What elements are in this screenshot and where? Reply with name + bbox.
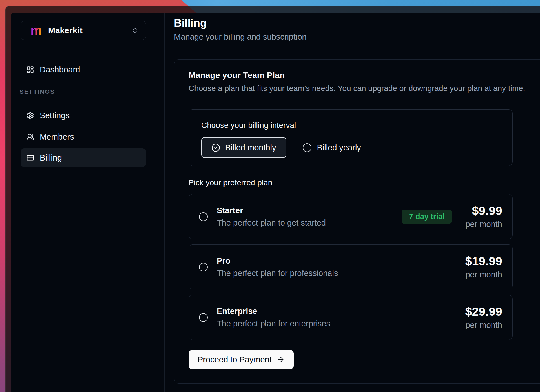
plan-period: per month: [465, 219, 502, 229]
billed-monthly-option[interactable]: Billed monthly: [201, 137, 286, 158]
plan-period: per month: [465, 320, 502, 330]
plan-row-enterprise[interactable]: Enterprise The perfect plan for enterpri…: [189, 295, 513, 340]
workspace-selector[interactable]: m Makerkit: [21, 21, 146, 40]
card-title: Manage your Team Plan: [189, 70, 540, 81]
plan-row-starter[interactable]: Starter The perfect plan to get started …: [189, 194, 513, 239]
sidebar-item-members[interactable]: Members: [21, 129, 146, 145]
check-circle-icon: [211, 143, 220, 152]
team-plan-card: Manage your Team Plan Choose a plan that…: [174, 59, 540, 384]
billing-interval-box: Choose your billing interval Billed mont…: [189, 109, 513, 166]
makerkit-logo: m: [30, 24, 42, 37]
macos-window-frame: m Makerkit Dashboard SETTINGS Settings: [5, 6, 540, 392]
plan-description: The perfect plan for enterprises: [217, 318, 330, 329]
sidebar-item-label: Billing: [40, 153, 62, 162]
page-title: Billing: [174, 17, 540, 30]
radio-unchecked-icon: [303, 143, 311, 152]
page-subtitle: Manage your billing and subscription: [174, 32, 540, 42]
radio-unchecked-icon[interactable]: [199, 212, 208, 221]
trial-badge: 7 day trial: [402, 210, 452, 224]
sidebar-item-billing[interactable]: Billing: [21, 148, 146, 167]
credit-card-icon: [26, 154, 34, 162]
sidebar: m Makerkit Dashboard SETTINGS Settings: [11, 13, 165, 392]
plan-price: $19.99: [465, 254, 502, 268]
radio-unchecked-icon[interactable]: [199, 263, 208, 271]
card-subtitle: Choose a plan that fits your team's need…: [189, 83, 540, 93]
chevrons-up-down-icon: [131, 27, 138, 34]
billing-interval-label: Choose your billing interval: [201, 121, 512, 130]
plan-row-pro[interactable]: Pro The perfect plan for professionals $…: [189, 244, 513, 289]
plan-name: Starter: [217, 205, 326, 215]
plan-name: Pro: [217, 256, 338, 266]
page-header: Billing Manage your billing and subscrip…: [165, 13, 540, 48]
plan-period: per month: [465, 270, 502, 280]
proceed-to-payment-button[interactable]: Proceed to Payment: [189, 350, 294, 369]
sidebar-item-label: Settings: [40, 111, 70, 120]
gear-icon: [26, 112, 34, 119]
users-icon: [26, 133, 34, 141]
app-content: m Makerkit Dashboard SETTINGS Settings: [11, 13, 540, 392]
billed-yearly-label: Billed yearly: [317, 143, 361, 152]
arrow-right-icon: [277, 356, 285, 364]
dashboard-icon: [26, 66, 34, 74]
plan-price: $29.99: [465, 305, 502, 318]
sidebar-item-label: Dashboard: [40, 65, 80, 74]
workspace-name: Makerkit: [48, 26, 83, 35]
plan-description: The perfect plan for professionals: [217, 268, 338, 278]
billed-yearly-option[interactable]: Billed yearly: [303, 143, 361, 152]
plan-name: Enterprise: [217, 306, 330, 316]
radio-unchecked-icon[interactable]: [199, 313, 208, 322]
sidebar-section-settings: SETTINGS: [19, 88, 55, 95]
plan-description: The perfect plan to get started: [217, 218, 326, 228]
sidebar-item-dashboard[interactable]: Dashboard: [21, 61, 146, 78]
sidebar-item-label: Members: [40, 132, 74, 142]
cta-label: Proceed to Payment: [198, 355, 272, 364]
plan-list: Starter The perfect plan to get started …: [189, 194, 513, 340]
sidebar-item-settings[interactable]: Settings: [21, 107, 146, 124]
pick-plan-label: Pick your preferred plan: [189, 178, 540, 187]
plan-price: $9.99: [465, 204, 502, 217]
billed-monthly-label: Billed monthly: [225, 143, 276, 152]
main-content: Billing Manage your billing and subscrip…: [165, 13, 540, 392]
